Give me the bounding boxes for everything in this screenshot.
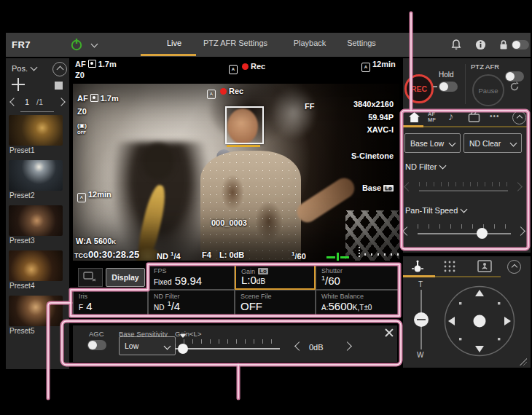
preset-thumbnail-4[interactable]: [9, 250, 63, 281]
notifications-bell-icon[interactable]: [450, 39, 462, 50]
restart-icon[interactable]: [509, 81, 520, 92]
power-menu-chevron-icon[interactable]: [91, 41, 98, 48]
tab-settings[interactable]: Settings: [340, 39, 383, 47]
osd-shutter: 1/60: [292, 250, 306, 261]
gain-slider-track[interactable]: [175, 348, 280, 349]
joystick-icon[interactable]: [410, 259, 425, 274]
tab-playback[interactable]: Playback: [284, 39, 335, 47]
gain-slider-thumb[interactable]: [178, 344, 188, 354]
tile-shutter[interactable]: Shutter 1/60: [316, 264, 399, 290]
pan-tilt-slider-track[interactable]: [418, 233, 511, 234]
af-mf-icon[interactable]: AF MF: [428, 111, 436, 122]
slider-left-chevron-icon[interactable]: [402, 226, 412, 236]
prev-page-chevron-icon[interactable]: [9, 98, 17, 106]
close-icon[interactable]: [385, 328, 394, 337]
steadyshot-off-label: OFF: [77, 130, 86, 135]
osd-tc-label: TCG: [74, 252, 88, 259]
nd-clear-dropdown[interactable]: ND Clear: [463, 133, 522, 153]
ptz-afr-toggle[interactable]: [505, 71, 524, 82]
lock-icon[interactable]: [498, 39, 509, 50]
camera-control-panel: REC Hold PTZ AFR Pause AF MF ♪ ••• Base …: [403, 58, 531, 253]
monitor-off-icon: [83, 272, 96, 282]
tile-fps[interactable]: FPS Fixed 59.94: [148, 264, 235, 290]
nd-slider-track[interactable]: [419, 190, 508, 191]
panel-collapse-button[interactable]: [507, 260, 521, 274]
gain-increment-chevron-icon[interactable]: [343, 341, 352, 351]
tile-scene-file[interactable]: Scene File OFF: [235, 290, 316, 315]
position-dropdown[interactable]: Pos.: [12, 64, 36, 73]
hold-toggle[interactable]: [439, 82, 458, 92]
preset-thumbnail-3[interactable]: [9, 205, 63, 236]
audio-level-meter: [326, 250, 349, 261]
rec-button[interactable]: REC: [404, 74, 434, 103]
chevron-down-icon: [31, 64, 38, 71]
media-clapper-icon[interactable]: [468, 111, 480, 122]
pan-tilt-speed-section-label[interactable]: Pan-Tilt Speed: [405, 206, 466, 215]
osd-nd-den: 4: [176, 252, 180, 261]
slider-right-chevron-icon[interactable]: [513, 182, 523, 191]
lock-toggle[interactable]: [512, 40, 529, 50]
gain-adjust-panel: AGC Base Sensitivity Low Gain<L> 0dB: [73, 325, 397, 362]
resize-handle[interactable]: [520, 358, 527, 365]
stop-button[interactable]: [55, 82, 63, 90]
strip-rec-label: Rec: [251, 62, 265, 71]
tile-fps-label: FPS: [154, 267, 167, 274]
pause-button[interactable]: Pause: [472, 74, 504, 106]
monitor-off-button[interactable]: [78, 268, 103, 287]
agc-toggle[interactable]: [87, 340, 106, 350]
tile-fps-prefix: Fixed: [154, 278, 171, 286]
tab-ptz-afr-settings[interactable]: PTZ AFR Settings: [203, 39, 268, 47]
framing-person-icon[interactable]: [477, 260, 492, 272]
base-low-dropdown[interactable]: Base Low: [404, 133, 461, 153]
tile-scene-label: Scene File: [240, 293, 272, 300]
osd-nd-prefix: ND: [157, 252, 168, 261]
audio-note-icon[interactable]: ♪: [448, 110, 454, 122]
preset-thumbnail-2[interactable]: [9, 160, 63, 191]
base-sensitivity-dropdown[interactable]: Low: [119, 336, 176, 355]
tile-white-balance[interactable]: White Balance A:5600K,T±0: [316, 290, 399, 315]
preset-thumbnail-1[interactable]: [9, 115, 63, 146]
add-preset-button[interactable]: [12, 78, 25, 91]
more-icon[interactable]: •••: [490, 112, 500, 120]
next-page-chevron-icon[interactable]: [57, 98, 65, 106]
info-icon[interactable]: [475, 39, 486, 50]
strip-focus-status: AF1.7m: [75, 60, 117, 68]
tool-underline-track: [435, 276, 501, 277]
chevron-down-icon: [510, 140, 517, 147]
agc-toggle-knob: [88, 341, 97, 349]
panel-collapse-button[interactable]: [512, 111, 526, 125]
slider-left-chevron-icon[interactable]: [404, 182, 413, 191]
preset-thumbnail-5[interactable]: [9, 296, 63, 326]
active-tab-underline: [141, 54, 196, 56]
tab-live[interactable]: Live: [157, 39, 192, 47]
slider-right-chevron-icon[interactable]: [516, 226, 525, 236]
pan-left-arrow-icon: [448, 317, 455, 325]
tile-fps-value: 59.94: [175, 274, 203, 287]
osd-clip-name: 000_0003: [211, 218, 247, 227]
osd-focus: AF1.7m: [77, 94, 119, 103]
pan-tilt-zoom-panel: T W: [403, 256, 531, 368]
display-button[interactable]: Display: [106, 268, 145, 287]
tile-gain[interactable]: GainLo L:0dB: [235, 264, 316, 290]
trackpad-grid-icon[interactable]: [443, 260, 456, 273]
power-icon[interactable]: [70, 38, 83, 51]
tile-nd-filter[interactable]: ND Filter ND 1/4: [148, 290, 235, 315]
sidebar-collapse-button[interactable]: [52, 62, 67, 76]
live-video-viewport[interactable]: AF1.7m Z0 (▣)OFF ARec FF 3840x2160 59.94…: [73, 84, 399, 261]
pan-tilt-slider-thumb[interactable]: [477, 228, 488, 239]
chevron-up-icon: [56, 66, 63, 73]
osd-zoom: Z0: [77, 107, 87, 116]
diagonal-dot-icon: [459, 302, 461, 304]
pan-tilt-pad[interactable]: [444, 285, 515, 357]
gain-decrement-chevron-icon[interactable]: [294, 341, 304, 351]
home-icon[interactable]: [408, 111, 420, 123]
nd-filter-section-label[interactable]: ND Filter: [405, 162, 445, 171]
osd-gain: L: 0dB: [219, 250, 244, 259]
osd-af-value: 1.7m: [101, 94, 119, 103]
audio-meter-bar: [337, 253, 339, 261]
tile-iris[interactable]: Iris F 4: [73, 290, 148, 315]
tile-iris-prefix: F: [79, 304, 83, 312]
chevron-down-icon: [164, 342, 171, 349]
tile-shutter-num: 1: [321, 274, 325, 282]
zoom-slider-thumb[interactable]: [414, 312, 429, 327]
